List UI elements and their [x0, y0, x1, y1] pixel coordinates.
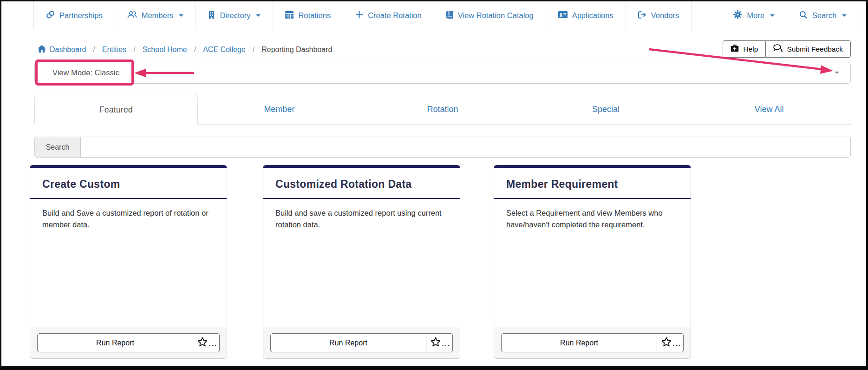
- report-card-create-custom: Create Custom Build and Save a customize…: [30, 165, 227, 359]
- card-header: Member Requirement: [494, 168, 691, 199]
- nav-item-rotations[interactable]: Rotations: [273, 1, 343, 30]
- run-report-button[interactable]: Run Report: [501, 333, 657, 352]
- id-card-icon: [558, 11, 568, 20]
- top-navigation: Partnerships Members Directory Rotations…: [1, 1, 866, 30]
- header-action-buttons: Help Submit Feedback: [723, 40, 851, 58]
- favorite-star-button[interactable]: ...: [193, 333, 220, 352]
- sign-out-icon: [638, 11, 646, 20]
- help-label: Help: [743, 45, 758, 53]
- nav-label: Create Rotation: [368, 11, 422, 20]
- nav-label: Directory: [220, 11, 250, 20]
- nav-item-vendors[interactable]: Vendors: [626, 1, 692, 30]
- report-card-member-requirement: Member Requirement Select a Requirement …: [494, 165, 691, 359]
- breadcrumb-item-entities[interactable]: Entities: [102, 46, 126, 54]
- nav-label: More: [747, 11, 764, 20]
- medkit-icon: [731, 45, 739, 54]
- report-search: Search: [34, 137, 851, 158]
- report-category-tabs: Featured Member Rotation Special View Al…: [34, 95, 851, 125]
- submit-feedback-button[interactable]: Submit Feedback: [765, 40, 851, 58]
- nav-item-applications[interactable]: Applications: [546, 1, 626, 30]
- home-icon: [38, 45, 46, 54]
- nav-item-view-rotation-catalog[interactable]: View Rotation Catalog: [434, 1, 546, 30]
- card-title: Create Custom: [42, 178, 215, 191]
- view-mode-value: View Mode: Classic: [52, 68, 119, 77]
- plus-icon: [355, 11, 363, 20]
- members-icon: [127, 11, 137, 20]
- tab-view-all[interactable]: View All: [687, 95, 851, 124]
- breadcrumb-item-dashboard[interactable]: Dashboard: [38, 45, 86, 54]
- star-icon: [661, 337, 672, 349]
- card-description: Build and Save a customized report of ro…: [30, 199, 227, 327]
- breadcrumb-item-school-home[interactable]: School Home: [143, 46, 187, 54]
- tab-rotation[interactable]: Rotation: [361, 95, 524, 124]
- submit-feedback-label: Submit Feedback: [787, 45, 843, 53]
- nav-item-create-rotation[interactable]: Create Rotation: [343, 1, 434, 30]
- breadcrumb-separator: /: [253, 46, 255, 54]
- breadcrumb: Dashboard / Entities / School Home / ACE…: [38, 41, 332, 59]
- search-addon-label: Search: [34, 137, 81, 158]
- card-footer: Run Report ...: [30, 327, 227, 358]
- tab-member[interactable]: Member: [198, 95, 361, 124]
- breadcrumb-label: Dashboard: [50, 46, 86, 54]
- gear-icon: [733, 10, 742, 21]
- tab-featured[interactable]: Featured: [34, 95, 198, 125]
- more-ellipsis: ...: [672, 338, 681, 348]
- card-footer: Run Report ...: [494, 327, 691, 358]
- nav-item-more[interactable]: More: [721, 1, 787, 30]
- breadcrumb-separator: /: [194, 46, 196, 54]
- book-icon: [446, 11, 453, 20]
- report-card-customized-rotation-data: Customized Rotation Data Build and save …: [263, 165, 460, 359]
- star-icon: [431, 337, 441, 349]
- more-ellipsis: ...: [209, 338, 217, 348]
- star-icon: [197, 337, 208, 349]
- view-mode-select[interactable]: View Mode: Classic: [34, 62, 851, 84]
- search-input[interactable]: [81, 137, 851, 158]
- search-icon: [799, 11, 808, 21]
- nav-label: Vendors: [651, 11, 679, 20]
- chevron-down-icon: [770, 14, 775, 17]
- chevron-down-icon: [179, 14, 183, 17]
- nav-label: Search: [812, 11, 836, 20]
- card-description: Build and save a customized report using…: [263, 199, 460, 327]
- card-header: Customized Rotation Data: [263, 168, 460, 199]
- nav-spacer: [692, 1, 721, 30]
- more-ellipsis: ...: [442, 338, 450, 348]
- breadcrumb-current-reporting-dashboard: Reporting Dashboard: [261, 46, 332, 54]
- nav-label: Members: [142, 11, 174, 20]
- card-description: Select a Requirement and view Members wh…: [494, 199, 691, 327]
- nav-item-members[interactable]: Members: [115, 1, 196, 30]
- nav-label: View Rotation Catalog: [458, 11, 534, 20]
- breadcrumb-item-ace-college[interactable]: ACE College: [203, 46, 246, 54]
- nav-item-search[interactable]: Search: [787, 1, 859, 30]
- favorite-star-button[interactable]: ...: [657, 333, 684, 352]
- card-footer: Run Report ...: [263, 327, 460, 358]
- breadcrumb-separator: /: [133, 46, 135, 54]
- card-title: Member Requirement: [506, 178, 679, 191]
- nav-label: Applications: [572, 11, 613, 20]
- nav-label: Rotations: [298, 11, 331, 20]
- dropdown-caret-icon: [835, 72, 839, 74]
- favorite-star-button[interactable]: ...: [426, 333, 453, 352]
- chevron-down-icon: [842, 14, 847, 17]
- grid-icon: [285, 11, 294, 20]
- tab-special[interactable]: Special: [524, 95, 688, 124]
- run-report-button[interactable]: Run Report: [270, 333, 426, 352]
- comments-icon: [773, 44, 783, 54]
- help-button[interactable]: Help: [723, 40, 766, 58]
- breadcrumb-separator: /: [93, 46, 95, 54]
- run-report-button[interactable]: Run Report: [37, 333, 193, 352]
- link-icon: [46, 10, 55, 21]
- nav-item-partnerships[interactable]: Partnerships: [33, 1, 115, 30]
- building-icon: [208, 11, 215, 20]
- card-title: Customized Rotation Data: [275, 178, 448, 191]
- card-header: Create Custom: [30, 168, 227, 199]
- chevron-down-icon: [256, 14, 261, 17]
- nav-item-directory[interactable]: Directory: [196, 1, 273, 30]
- nav-label: Partnerships: [59, 11, 103, 20]
